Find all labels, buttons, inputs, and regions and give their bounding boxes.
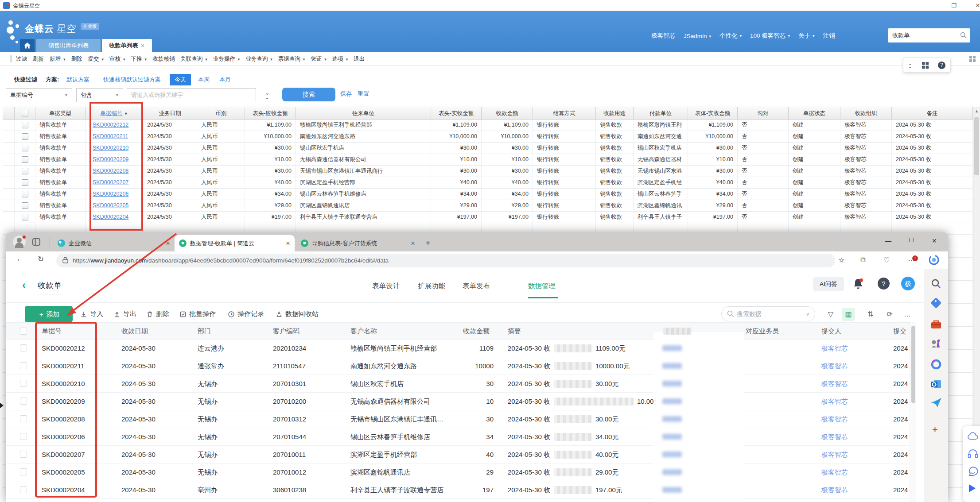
filter-operator-select[interactable]: 包含▼ xyxy=(76,88,123,102)
cell[interactable]: 锡山区秋宏手机店 xyxy=(343,375,456,393)
cell[interactable]: 40 xyxy=(456,446,501,463)
cell[interactable]: 2024 xyxy=(886,446,910,463)
col-header[interactable]: 对应业务员 xyxy=(739,322,814,340)
cell[interactable]: 销售收款单 xyxy=(35,120,86,131)
cell[interactable]: ¥34.00 xyxy=(245,189,296,200)
cell[interactable]: SKD00020209 xyxy=(86,154,143,166)
doc-link[interactable]: SKD00020206 xyxy=(93,191,128,197)
menu-审核[interactable]: 审核 xyxy=(109,55,125,63)
cell[interactable]: 赣榆区墩尚镇王利手机经营部 xyxy=(296,120,431,131)
cell[interactable]: 211010547 xyxy=(266,357,343,375)
menu-删除[interactable]: 删除 xyxy=(71,55,82,63)
cell[interactable]: ¥30.00 xyxy=(245,166,296,177)
cell[interactable]: 销售收款 xyxy=(596,212,634,223)
filter-keyword-input[interactable]: 请输入或选择关键字 xyxy=(127,88,256,102)
more-actions-icon[interactable]: … xyxy=(901,308,914,321)
scroll-up-icon[interactable]: ▲ xyxy=(975,109,979,113)
menu-提交[interactable]: 提交 xyxy=(88,55,104,63)
cell[interactable]: 极客智芯 xyxy=(814,463,886,481)
collections-icon[interactable]: ⧉ xyxy=(860,256,865,264)
cell[interactable]: 2024-05-30 收 xyxy=(892,189,973,200)
outlook-icon[interactable] xyxy=(930,378,942,390)
cell[interactable]: SKD00020210 xyxy=(35,375,114,393)
cell[interactable] xyxy=(6,481,35,499)
menu-选项[interactable]: 选项 xyxy=(332,55,348,63)
cell[interactable]: 2024-05-30 xyxy=(114,393,191,410)
grid-icon[interactable] xyxy=(922,62,929,69)
col-header[interactable]: 表头-应收金额 xyxy=(245,107,296,120)
cell[interactable] xyxy=(3,131,15,143)
user-menu[interactable]: JSadmin xyxy=(684,33,711,39)
menu-票据查询[interactable]: 票据查询 xyxy=(278,55,305,63)
add-record-button[interactable]: ＋ 添加 xyxy=(25,306,73,322)
cell[interactable]: 306010238 xyxy=(266,481,343,499)
cell[interactable]: ¥10,000.00 xyxy=(245,131,296,143)
cell[interactable] xyxy=(6,428,35,446)
scheme-default[interactable]: 默认方案 xyxy=(66,74,89,85)
cell[interactable] xyxy=(15,177,35,189)
cell[interactable]: SKD00020207 xyxy=(86,177,143,189)
col-header[interactable]: 收款金额 xyxy=(482,107,533,120)
cell[interactable]: 销售收款 xyxy=(596,143,634,154)
about-menu[interactable]: 关于 xyxy=(798,32,815,40)
doc-link[interactable]: SKD00020205 xyxy=(93,202,128,209)
ai-qa-button[interactable]: AI问答 xyxy=(813,277,844,291)
nav-form-publish[interactable]: 表单发布 xyxy=(463,282,490,291)
cell[interactable]: 销售收款 xyxy=(596,189,634,200)
cell[interactable]: SKD00020208 xyxy=(35,410,114,428)
cell[interactable]: ¥1,109.00 xyxy=(688,120,738,131)
cell[interactable] xyxy=(15,143,35,154)
help-icon[interactable]: ? xyxy=(878,278,890,290)
games-icon[interactable] xyxy=(930,338,942,349)
col-header[interactable]: 表体-实收金额 xyxy=(688,107,738,120)
tab-sales-outbound-list[interactable]: 销售出库单列表 xyxy=(36,39,101,52)
cell[interactable]: 销售收款单 xyxy=(35,166,86,177)
cell[interactable] xyxy=(739,446,814,463)
toolbar-导出[interactable]: 导出 xyxy=(113,306,136,322)
cell[interactable]: 锡山区云林春笋手机维修店 xyxy=(296,189,431,200)
notification-bell-icon[interactable] xyxy=(853,278,863,290)
cell[interactable]: 销售收款 xyxy=(596,154,634,166)
cell[interactable]: ¥1,109.00 xyxy=(482,120,533,131)
cell[interactable]: 极客智芯 xyxy=(840,166,892,177)
col-header[interactable]: 收款金额 xyxy=(456,322,501,340)
cell[interactable] xyxy=(3,200,15,212)
toolbar-导入[interactable]: 导入 xyxy=(80,306,103,322)
cell[interactable]: 人民币 xyxy=(197,166,245,177)
browser-tab-guide-info[interactable]: 导购信息表-客户订货系统✕ xyxy=(296,235,420,251)
cell[interactable]: 滨湖区定盈手机经 xyxy=(634,177,688,189)
cell[interactable]: 202010234 xyxy=(266,340,343,357)
browser-minimize-button[interactable]: — xyxy=(885,237,891,244)
cell[interactable]: 无锡办 xyxy=(191,393,266,410)
doc-link[interactable]: SKD00020209 xyxy=(93,156,128,162)
cell[interactable]: 南通如东岔河交通东路 xyxy=(296,131,431,143)
cell[interactable]: 无锡办 xyxy=(191,428,266,446)
menu-刷新[interactable]: 刷新 xyxy=(33,55,44,63)
cell[interactable]: 销售收款 xyxy=(596,166,634,177)
col-header[interactable]: 勾对 xyxy=(738,107,789,120)
cell[interactable]: 2024 xyxy=(886,410,910,428)
cell[interactable]: 创建 xyxy=(789,200,840,212)
cell[interactable]: 2024 xyxy=(886,393,910,410)
cell[interactable] xyxy=(15,212,35,223)
cell[interactable]: 极客智芯 xyxy=(814,357,886,375)
cell[interactable]: 滨湖区鑫锦帆通讯 xyxy=(634,200,688,212)
cell[interactable]: 无锡办 xyxy=(191,446,266,463)
cell[interactable]: ¥30.00 xyxy=(245,143,296,154)
cell[interactable] xyxy=(6,463,35,481)
cell[interactable]: 极客智芯 xyxy=(814,410,886,428)
col-header[interactable]: 提交 xyxy=(886,322,910,340)
cell[interactable]: 创建 xyxy=(789,166,840,177)
cell[interactable]: 人民币 xyxy=(197,200,245,212)
cell[interactable]: ¥30.00 xyxy=(482,166,533,177)
close-tab-icon[interactable]: ✕ xyxy=(411,240,415,247)
collapse-icon[interactable]: ⌄⌄ xyxy=(908,62,912,68)
cell[interactable]: 否 xyxy=(738,200,789,212)
menu-过滤[interactable]: 过滤 xyxy=(16,55,27,63)
cell[interactable]: 2024-05-30 收30.00元 xyxy=(501,410,656,428)
cell[interactable]: 2024-05-30 收 xyxy=(892,177,973,189)
cell[interactable]: 无锡高森通信器材有限公司 xyxy=(296,154,431,166)
cell[interactable]: 销售收款 xyxy=(596,177,634,189)
cell[interactable]: 否 xyxy=(738,120,789,131)
menu-凭证[interactable]: 凭证 xyxy=(311,55,327,63)
